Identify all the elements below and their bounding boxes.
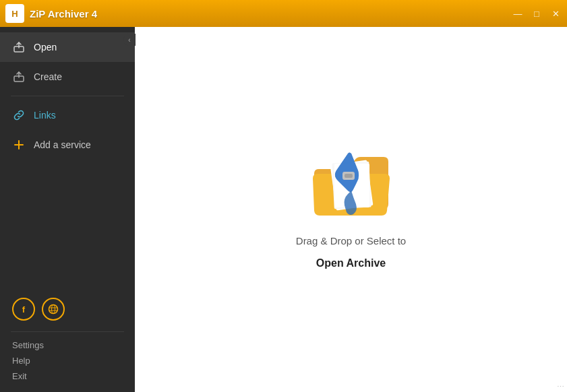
sidebar-item-add-service[interactable]: Add a service xyxy=(0,130,135,160)
create-label: Create xyxy=(34,71,62,82)
create-icon xyxy=(12,70,26,84)
help-link[interactable]: Help xyxy=(12,356,123,366)
open-label: Open xyxy=(34,42,57,53)
content-area[interactable]: Drag & Drop or Select to Open Archive ⋯ xyxy=(135,27,567,392)
settings-link[interactable]: Settings xyxy=(12,340,123,350)
exit-link[interactable]: Exit xyxy=(12,371,123,381)
open-icon xyxy=(12,40,26,54)
drag-drop-text: Drag & Drop or Select to xyxy=(296,235,406,247)
titlebar: H ZiP Archiver 4 — □ ✕ xyxy=(0,0,567,27)
sidebar-bottom-links: Settings Help Exit xyxy=(0,332,135,392)
sidebar-item-create[interactable]: Create xyxy=(0,62,135,92)
app-body: ‹ Open xyxy=(0,27,567,392)
folder-illustration xyxy=(307,150,395,224)
sidebar-item-open[interactable]: Open xyxy=(0,32,135,62)
close-button[interactable]: ✕ xyxy=(549,7,562,20)
titlebar-left: H ZiP Archiver 4 xyxy=(5,4,97,23)
links-label: Links xyxy=(34,110,56,121)
sidebar-item-links[interactable]: Links xyxy=(0,100,135,130)
resize-handle[interactable]: ⋯ xyxy=(557,383,564,391)
globe-icon[interactable] xyxy=(42,298,65,321)
app-title: ZiP Archiver 4 xyxy=(30,8,97,20)
sidebar-collapse-button[interactable]: ‹ xyxy=(123,34,136,46)
svg-rect-12 xyxy=(345,174,353,178)
add-service-icon xyxy=(12,138,26,152)
svg-point-4 xyxy=(49,305,58,314)
open-archive-text: Open Archive xyxy=(316,257,386,269)
sidebar-social: f xyxy=(0,287,135,331)
maximize-button[interactable]: □ xyxy=(531,7,543,20)
add-service-label: Add a service xyxy=(34,139,91,150)
nav-divider-1 xyxy=(11,96,124,96)
facebook-icon[interactable]: f xyxy=(12,298,35,321)
links-icon xyxy=(12,108,26,122)
sidebar-nav: Open Create xyxy=(0,27,135,287)
app-logo: H xyxy=(5,4,24,23)
window-controls: — □ ✕ xyxy=(512,7,562,20)
minimize-button[interactable]: — xyxy=(512,7,524,20)
sidebar: ‹ Open xyxy=(0,27,135,392)
svg-point-5 xyxy=(52,305,55,314)
